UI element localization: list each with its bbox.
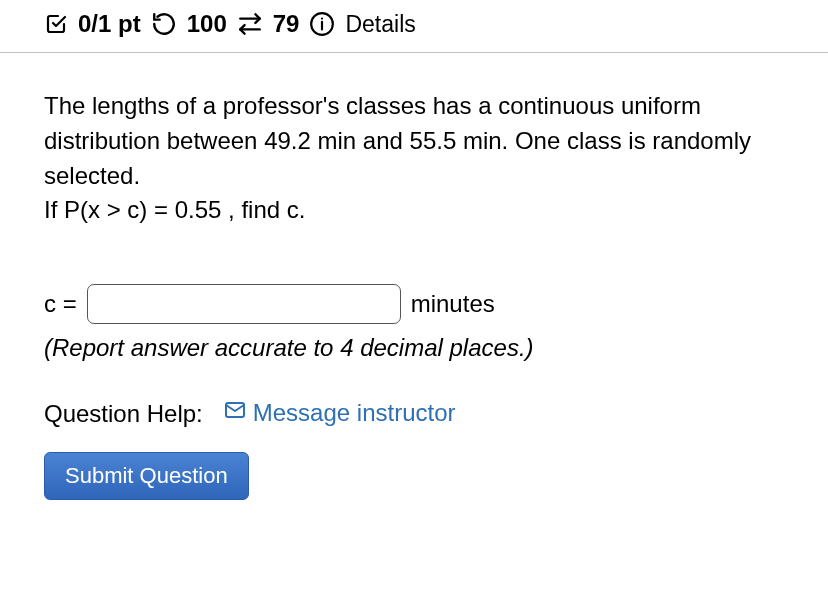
message-instructor-label: Message instructor — [253, 399, 456, 427]
answer-row: c = minutes — [44, 284, 784, 324]
answer-unit: minutes — [411, 290, 495, 318]
message-instructor-link[interactable]: Message instructor — [223, 398, 456, 428]
attempts-icon — [237, 11, 263, 37]
question-line1: The lengths of a professor's classes has… — [44, 92, 751, 189]
retry-icon — [151, 11, 177, 37]
checkbox-icon — [44, 12, 68, 36]
answer-label: c = — [44, 290, 77, 318]
retries-text: 100 — [187, 10, 227, 38]
question-header: 0/1 pt 100 79 Details — [0, 0, 828, 53]
answer-input[interactable] — [87, 284, 401, 324]
submit-button[interactable]: Submit Question — [44, 452, 249, 500]
envelope-icon — [223, 398, 247, 428]
info-icon[interactable] — [309, 11, 335, 37]
details-link[interactable]: Details — [345, 11, 415, 38]
help-label: Question Help: — [44, 400, 203, 427]
question-content: The lengths of a professor's classes has… — [0, 53, 828, 524]
score-text: 0/1 pt — [78, 10, 141, 38]
help-row: Question Help: Message instructor — [44, 398, 784, 428]
question-text: The lengths of a professor's classes has… — [44, 89, 764, 228]
svg-point-2 — [321, 18, 323, 20]
attempts-left-text: 79 — [273, 10, 300, 38]
answer-hint: (Report answer accurate to 4 decimal pla… — [44, 334, 784, 362]
question-line2: If P(x > c) = 0.55 , find c. — [44, 196, 305, 223]
